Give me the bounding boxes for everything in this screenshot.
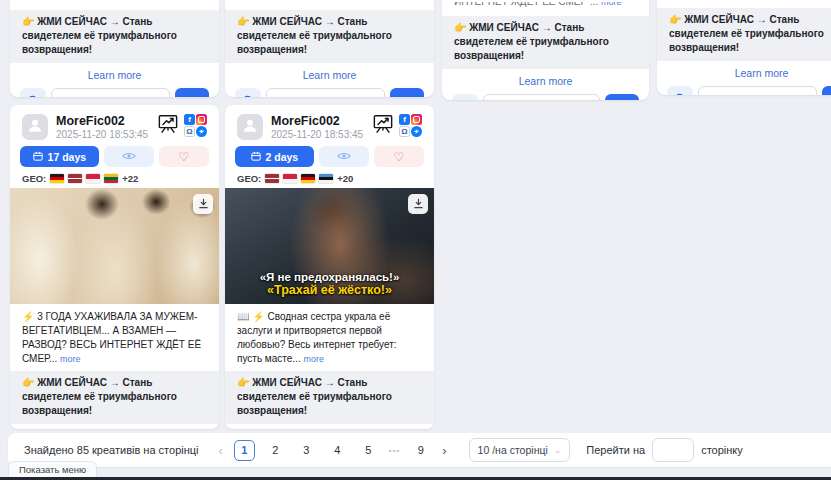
geo-more-count: +20 bbox=[337, 173, 353, 184]
flag-red-white-icon bbox=[86, 174, 100, 183]
chevron-down-icon: ⌄ bbox=[554, 445, 562, 455]
flag-germany-icon bbox=[50, 174, 64, 183]
heart-icon: ♡ bbox=[394, 151, 405, 163]
learn-more-link[interactable]: Learn more bbox=[10, 424, 219, 429]
landing-url-input[interactable] bbox=[51, 88, 170, 97]
download-icon bbox=[198, 197, 209, 212]
search-icon bbox=[243, 94, 254, 98]
cta-text: 👉 ЖМИ СЕЙЧАС → Стань свидетелем её триум… bbox=[10, 10, 219, 63]
cta-text: 👉 ЖМИ СЕЙЧАС → Стань свидетелем её триум… bbox=[10, 371, 219, 424]
search-button[interactable] bbox=[667, 86, 693, 95]
ad-creative-image[interactable] bbox=[10, 188, 219, 304]
search-icon bbox=[28, 94, 39, 98]
pager: ‹ 1 2 3 4 5 ••• 9 › bbox=[213, 440, 453, 461]
favorite-button[interactable]: ♡ bbox=[159, 146, 209, 167]
open-url-button[interactable]: → bbox=[175, 88, 209, 97]
results-count: Знайдено 85 креативів на сторінці bbox=[24, 444, 199, 456]
flag-latvia-icon bbox=[265, 174, 279, 183]
eye-icon bbox=[337, 149, 351, 164]
ad-card-2: MoreFic002 2025-11-20 18:53:45 f Ω 2 day… bbox=[225, 105, 434, 429]
active-days-button[interactable]: 17 days bbox=[20, 146, 99, 167]
page-1[interactable]: 1 bbox=[234, 440, 255, 461]
ad-body-text: 📖 ⚡ Сводная сестра украла её заслуги и п… bbox=[225, 304, 434, 371]
landing-url-input[interactable] bbox=[698, 86, 817, 95]
geo-label: GEO: bbox=[22, 173, 46, 184]
download-image-button[interactable] bbox=[193, 194, 213, 214]
page-3[interactable]: 3 bbox=[296, 440, 317, 461]
ad-card-partial-1: 👉 ЖМИ СЕЙЧАС → Стань свидетелем её триум… bbox=[10, 0, 219, 97]
views-button[interactable] bbox=[104, 146, 154, 167]
open-url-button[interactable]: → bbox=[605, 94, 639, 100]
heart-icon: ♡ bbox=[179, 151, 190, 163]
messenger-icon bbox=[411, 126, 422, 137]
next-page-button[interactable]: › bbox=[436, 443, 452, 458]
ad-card-partial-4: 👉 ЖМИ СЕЙЧАС → Стань свидетелем её триум… bbox=[657, 0, 831, 95]
person-icon bbox=[241, 116, 259, 138]
ad-card-1: MoreFic002 2025-11-20 18:53:45 f Ω 17 da… bbox=[10, 105, 219, 429]
calendar-icon bbox=[33, 151, 43, 163]
analytics-icon[interactable] bbox=[372, 114, 394, 138]
geo-label: GEO: bbox=[237, 173, 261, 184]
learn-more-link[interactable]: Learn more bbox=[442, 69, 649, 92]
open-url-button[interactable]: → bbox=[822, 86, 831, 95]
learn-more-link[interactable]: Learn more bbox=[657, 61, 831, 84]
instagram-icon bbox=[196, 114, 207, 125]
cta-text: 👉 ЖМИ СЕЙЧАС → Стань свидетелем её триум… bbox=[225, 371, 434, 424]
download-image-button[interactable] bbox=[408, 194, 428, 214]
ad-datetime: 2025-11-20 18:53:45 bbox=[271, 129, 364, 140]
ad-body-text: ⚡ 3 ГОДА УХАЖИВАЛА ЗА МУЖЕМ-ВЕГЕТАТИВЦЕМ… bbox=[10, 304, 219, 371]
more-link[interactable]: more bbox=[601, 2, 622, 7]
landing-url-input[interactable] bbox=[266, 88, 385, 97]
flag-red-white-icon bbox=[283, 174, 297, 183]
goto-suffix: сторінку bbox=[701, 444, 743, 456]
show-menu-tab[interactable]: Показать меню bbox=[8, 461, 97, 477]
search-button[interactable] bbox=[235, 88, 261, 97]
flag-germany-icon bbox=[301, 174, 315, 183]
learn-more-link[interactable]: Learn more bbox=[10, 63, 219, 86]
facebook-icon: f bbox=[184, 114, 195, 125]
cta-text: 👉 ЖМИ СЕЙЧАС → Стань свидетелем её триум… bbox=[225, 10, 434, 63]
more-link[interactable]: more bbox=[60, 354, 81, 364]
page-4[interactable]: 4 bbox=[327, 440, 348, 461]
audience-network-icon: Ω bbox=[399, 126, 410, 137]
search-button[interactable] bbox=[20, 88, 46, 97]
goto-page-input[interactable] bbox=[652, 438, 694, 462]
search-icon bbox=[675, 92, 686, 96]
views-button[interactable] bbox=[319, 146, 369, 167]
cta-text: 👉 ЖМИ СЕЙЧАС → Стань свидетелем её триум… bbox=[657, 8, 831, 61]
platform-icons: f Ω bbox=[184, 114, 207, 137]
cta-text: 👉 ЖМИ СЕЙЧАС → Стань свидетелем её триум… bbox=[442, 16, 649, 69]
page-2[interactable]: 2 bbox=[265, 440, 286, 461]
search-icon bbox=[460, 100, 471, 101]
page-9[interactable]: 9 bbox=[410, 440, 431, 461]
search-button[interactable] bbox=[452, 94, 478, 100]
more-link[interactable]: more bbox=[303, 354, 324, 364]
advertiser-name: MoreFic002 bbox=[56, 114, 149, 128]
pagination-bar: Знайдено 85 креативів на сторінці ‹ 1 2 … bbox=[8, 433, 831, 467]
page-size-select[interactable]: 10 /на сторінці ⌄ bbox=[469, 438, 571, 462]
facebook-icon: f bbox=[399, 114, 410, 125]
pages-ellipsis[interactable]: ••• bbox=[389, 446, 400, 455]
page-5[interactable]: 5 bbox=[358, 440, 379, 461]
landing-url-input[interactable] bbox=[483, 94, 600, 100]
audience-network-icon: Ω bbox=[184, 126, 195, 137]
flag-estonia-icon bbox=[319, 174, 333, 183]
active-days-button[interactable]: 2 days bbox=[235, 146, 314, 167]
calendar-icon bbox=[251, 151, 261, 163]
ad-creative-image[interactable]: «Я не предохранялась!» «Трахай её жёстко… bbox=[225, 188, 434, 304]
open-url-button[interactable]: → bbox=[390, 88, 424, 97]
geo-more-count: +22 bbox=[122, 173, 138, 184]
instagram-icon bbox=[411, 114, 422, 125]
learn-more-link[interactable]: Learn more bbox=[225, 63, 434, 86]
eye-icon bbox=[122, 149, 136, 164]
image-caption: «Я не предохранялась!» «Трахай её жёстко… bbox=[225, 271, 434, 297]
arrow-right-icon: → bbox=[186, 94, 198, 97]
prev-page-button[interactable]: ‹ bbox=[213, 443, 229, 458]
arrow-right-icon: → bbox=[401, 94, 413, 97]
favorite-button[interactable]: ♡ bbox=[374, 146, 424, 167]
person-icon bbox=[26, 116, 44, 138]
analytics-icon[interactable] bbox=[157, 114, 179, 138]
learn-more-link[interactable]: Learn more bbox=[225, 424, 434, 429]
platform-icons: f Ω bbox=[399, 114, 422, 137]
download-icon bbox=[413, 197, 424, 212]
